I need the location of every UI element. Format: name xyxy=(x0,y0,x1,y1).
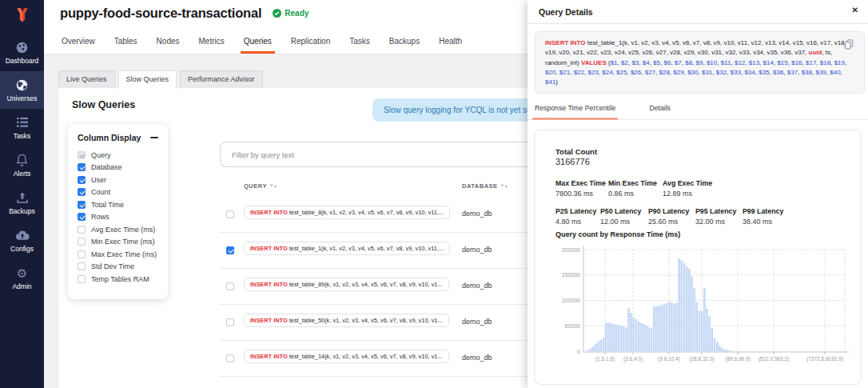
tab-backups[interactable]: Backups xyxy=(388,32,421,54)
close-icon[interactable]: ✕ xyxy=(852,6,858,14)
subtab-performance-advisor[interactable]: Performance Advisor xyxy=(180,70,263,88)
column-option-min-exec-time-ms-[interactable]: Min Exec Time (ms) xyxy=(68,236,168,249)
stat: P99 Latency 38.40 ms xyxy=(743,207,798,226)
row-database: demo_db xyxy=(462,354,492,362)
yugabyte-logo-icon[interactable] xyxy=(0,0,44,24)
tab-metrics[interactable]: Metrics xyxy=(197,32,226,54)
option-checkbox[interactable] xyxy=(78,213,86,221)
backup-icon xyxy=(16,191,29,205)
row-checkbox[interactable] xyxy=(226,318,234,326)
sidebar-item-backups[interactable]: Backups xyxy=(0,184,44,222)
subtab-slow-queries[interactable]: Slow Queries xyxy=(118,70,177,89)
check-circle-icon xyxy=(273,9,281,18)
sidebar: Dashboard Universes Tasks Alerts Backups… xyxy=(0,0,44,388)
gear-icon: ⚙ xyxy=(17,266,27,280)
copy-icon[interactable] xyxy=(844,38,854,53)
page-title: puppy-food-source-transactional xyxy=(60,6,261,21)
exec-time-stats: Max Exec Time 7800.36 ms Min Exec Time 0… xyxy=(555,179,727,198)
column-options: Query Database User Count Total Time Row… xyxy=(68,149,168,286)
column-option-temp-tables-ram[interactable]: Temp Tables RAM xyxy=(68,273,168,286)
option-checkbox[interactable] xyxy=(78,163,86,171)
option-checkbox[interactable] xyxy=(78,262,86,270)
universe-tabs: OverviewTablesNodesMetricsQueriesReplica… xyxy=(60,32,464,54)
query-details-drawer: Query Details ✕ INSERT INTO test_table_1… xyxy=(528,0,868,388)
column-option-query[interactable]: Query xyxy=(68,149,168,162)
sidebar-item-configs[interactable]: Configs xyxy=(0,222,44,259)
tab-replication[interactable]: Replication xyxy=(289,32,332,54)
stat: Min Exec Time 0.86 ms xyxy=(608,179,663,198)
column-option-rows[interactable]: Rows xyxy=(68,211,168,224)
option-checkbox[interactable] xyxy=(78,226,86,234)
cloud-icon xyxy=(15,229,30,242)
universe-icon xyxy=(15,78,29,92)
chart-title: Query count by Response Time (ms) xyxy=(555,230,680,238)
query-text-chip[interactable]: INSERT INTO test_table_8(k, v1, v2, v3, … xyxy=(244,206,450,219)
collapse-icon[interactable] xyxy=(150,137,158,138)
stat: P95 Latency 32.00 ms xyxy=(695,207,743,226)
stat: P90 Latency 25.60 ms xyxy=(648,207,695,226)
tasks-icon xyxy=(16,116,29,130)
sql-preview: INSERT INTO test_table_1(k, v1, v2, v3, … xyxy=(535,31,865,94)
tab-queries[interactable]: Queries xyxy=(242,32,273,54)
query-text-chip[interactable]: INSERT INTO test_table_14(k, v1, v2, v3,… xyxy=(244,350,449,363)
column-option-total-time[interactable]: Total Time xyxy=(68,198,168,211)
stat: P50 Latency 12.00 ms xyxy=(600,207,648,226)
query-subtabs: Live QueriesSlow QueriesPerformance Advi… xyxy=(58,70,263,89)
row-database: demo_db xyxy=(462,282,492,290)
column-option-avg-exec-time-ms-[interactable]: Avg Exec Time (ms) xyxy=(68,223,168,236)
column-option-database[interactable]: Database xyxy=(68,162,168,174)
subtab-live-queries[interactable]: Live Queries xyxy=(58,70,115,88)
row-database: demo_db xyxy=(462,210,492,218)
query-text-chip[interactable]: INSERT INTO test_table_1(k, v1, v2, v3, … xyxy=(244,242,450,255)
drawer-title: Query Details xyxy=(539,7,593,17)
column-display-card: Column Display Query Database User Count… xyxy=(68,124,168,299)
tab-nodes[interactable]: Nodes xyxy=(155,32,181,54)
status-badge: Ready xyxy=(273,9,309,18)
column-display-title: Column Display xyxy=(78,133,141,142)
sidebar-item-tasks[interactable]: Tasks xyxy=(0,109,44,146)
drawer-tab-response-time-percentile[interactable]: Response Time Percentile xyxy=(532,99,618,119)
sidebar-item-admin[interactable]: ⚙ Admin xyxy=(0,259,44,297)
sidebar-item-alerts[interactable]: Alerts xyxy=(0,146,44,184)
tab-tasks[interactable]: Tasks xyxy=(348,32,372,54)
sort-icon xyxy=(500,183,508,189)
column-option-std-dev-time[interactable]: Std Dev Time xyxy=(68,261,168,274)
tab-health[interactable]: Health xyxy=(437,32,464,54)
option-checkbox[interactable] xyxy=(78,238,86,246)
row-checkbox[interactable] xyxy=(226,246,234,254)
stat: P25 Latency 4.80 ms xyxy=(555,207,600,226)
query-text-chip[interactable]: INSERT INTO test_table_50(k, v1, v2, v3,… xyxy=(244,314,449,327)
latency-stats: P25 Latency 4.80 ms P50 Latency 12.00 ms… xyxy=(555,207,798,226)
row-database: demo_db xyxy=(462,246,492,254)
option-checkbox[interactable] xyxy=(78,250,86,258)
row-checkbox[interactable] xyxy=(226,282,234,290)
dashboard-icon xyxy=(15,41,29,54)
sort-icon xyxy=(269,183,277,189)
tab-overview[interactable]: Overview xyxy=(60,32,97,54)
sidebar-nav: Dashboard Universes Tasks Alerts Backups… xyxy=(0,34,44,297)
total-count-label: Total Count xyxy=(555,147,597,156)
option-checkbox[interactable] xyxy=(78,201,86,209)
sidebar-item-universes[interactable]: Universes xyxy=(0,71,44,109)
bell-icon xyxy=(16,154,28,167)
tab-tables[interactable]: Tables xyxy=(113,32,139,54)
column-option-max-exec-time-ms-[interactable]: Max Exec Time (ms) xyxy=(68,248,168,261)
total-count-value: 3166776 xyxy=(555,157,590,166)
stat: Max Exec Time 7800.36 ms xyxy=(555,179,608,198)
option-checkbox[interactable] xyxy=(78,275,86,283)
stat: Avg Exec Time 12.89 ms xyxy=(663,179,727,198)
drawer-tabs: Response Time PercentileDetails xyxy=(528,99,868,120)
row-checkbox[interactable] xyxy=(226,354,234,362)
query-text-chip[interactable]: INSERT INTO test_table_89(k, v1, v2, v3,… xyxy=(244,278,449,291)
percentile-card: Total Count 3166776 Max Exec Time 7800.3… xyxy=(534,130,862,385)
column-header-query[interactable]: QUERY xyxy=(244,182,277,190)
option-checkbox[interactable] xyxy=(78,151,86,159)
column-header-database[interactable]: DATABASE xyxy=(462,182,508,190)
row-checkbox[interactable] xyxy=(226,210,234,218)
row-database: demo_db xyxy=(462,318,492,326)
slow-queries-heading: Slow Queries xyxy=(72,99,135,110)
sidebar-item-dashboard[interactable]: Dashboard xyxy=(0,34,44,71)
drawer-tab-details[interactable]: Details xyxy=(647,99,673,119)
